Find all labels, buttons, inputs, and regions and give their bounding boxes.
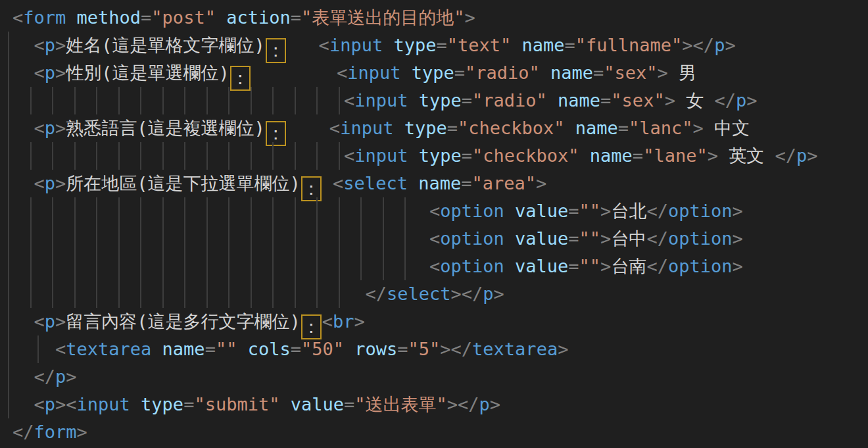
token-punctuation: > — [55, 118, 66, 138]
token-punctuation: < — [337, 62, 347, 83]
token-punctuation: > — [725, 35, 735, 55]
token-attribute: name — [579, 145, 633, 166]
token-punctuation: = — [568, 228, 579, 249]
token-tag: input — [354, 90, 408, 111]
token-text — [12, 394, 34, 414]
token-tag: p — [714, 35, 725, 55]
token-text: 留言內容(這是多行文字欄位) — [66, 311, 301, 332]
indent-guide — [8, 308, 9, 336]
token-tag: option — [440, 201, 504, 221]
token-text — [12, 256, 429, 276]
code-line-9[interactable]: <option value="">台中</option> — [0, 225, 868, 253]
token-punctuation: = — [593, 62, 604, 83]
token-punctuation: > — [55, 173, 66, 193]
token-punctuation: > — [66, 366, 76, 387]
token-text — [12, 366, 34, 387]
token-punctuation: = — [205, 339, 216, 359]
token-punctuation: > — [600, 201, 611, 221]
token-attribute: value — [504, 256, 569, 276]
code-line-12[interactable]: <p>留言內容(這是多行文字欄位)：<br> — [0, 308, 868, 336]
token-punctuation: > — [536, 173, 546, 193]
token-string: "" — [579, 228, 601, 249]
token-string: "lane" — [643, 145, 708, 166]
token-attribute: name — [151, 339, 205, 359]
token-punctuation: < — [429, 256, 440, 276]
token-punctuation: > — [693, 118, 704, 138]
token-tag: input — [340, 118, 393, 138]
code-editor[interactable]: <form method="post" action="表單送出的目的地"> <… — [0, 0, 868, 448]
code-line-11[interactable]: </select></p> — [0, 280, 868, 308]
indent-guide — [8, 391, 9, 418]
token-attribute: name — [565, 118, 618, 138]
code-line-1[interactable]: <form method="post" action="表單送出的目的地"> — [0, 4, 868, 32]
token-punctuation: > — [807, 145, 817, 166]
token-punctuation: = — [183, 394, 194, 414]
code-line-13[interactable]: <textarea name="" cols="50" rows="5"></t… — [0, 336, 868, 363]
token-punctuation: > — [55, 62, 66, 83]
token-punctuation: < — [34, 118, 45, 138]
code-line-15[interactable]: <p><input type="submit" value="送出表單"></p… — [0, 391, 868, 418]
token-string: "" — [216, 339, 237, 359]
token-punctuation: = — [633, 145, 643, 166]
token-string: "" — [579, 201, 601, 221]
token-punctuation: > — [708, 145, 718, 166]
token-string: "sex" — [611, 90, 664, 111]
token-punctuation: </ — [646, 256, 668, 276]
token-punctuation: < — [34, 394, 45, 414]
token-tag: form — [23, 7, 66, 28]
code-line-10[interactable]: <option value="">台南</option> — [0, 253, 868, 280]
token-text: 台中 — [611, 228, 646, 249]
token-attribute: action — [216, 7, 291, 28]
token-text — [12, 35, 34, 55]
indent-guide — [8, 197, 9, 225]
code-line-8[interactable]: <option value="">台北</option> — [0, 197, 868, 225]
token-text — [12, 311, 34, 332]
token-string: "50" — [301, 339, 344, 359]
token-punctuation: < — [344, 90, 354, 111]
code-line-4[interactable]: <input type="radio" name="sex"> 女 </p> — [0, 87, 868, 114]
token-punctuation: </ — [646, 201, 668, 221]
token-tag: p — [55, 366, 66, 387]
token-punctuation: = — [568, 201, 579, 221]
token-punctuation: < — [34, 35, 45, 55]
code-line-14[interactable]: </p> — [0, 363, 868, 391]
token-punctuation: = — [291, 7, 301, 28]
token-text — [12, 62, 34, 83]
indent-guide — [8, 59, 9, 87]
token-punctuation: = — [397, 339, 408, 359]
indent-guide — [8, 114, 9, 142]
token-attribute: name — [408, 173, 461, 193]
token-punctuation: > — [55, 311, 66, 332]
code-line-16[interactable]: </form> — [0, 418, 868, 446]
token-punctuation: = — [462, 145, 472, 166]
token-text: 姓名(這是單格文字欄位) — [66, 35, 265, 55]
token-punctuation: >< — [55, 394, 77, 414]
code-line-7[interactable]: <p>所在地區(這是下拉選單欄位)： <select name="area"> — [0, 170, 868, 197]
code-line-2[interactable]: <p>姓名(這是單格文字欄位)： <input type="text" name… — [0, 32, 868, 59]
token-text: 中文 — [704, 118, 750, 138]
token-punctuation: > — [665, 90, 675, 111]
token-punctuation: > — [490, 394, 500, 414]
token-punctuation: = — [291, 339, 301, 359]
token-tag: p — [45, 35, 55, 55]
token-punctuation: > — [732, 256, 742, 276]
token-punctuation: > — [658, 62, 668, 83]
token-punctuation: = — [565, 35, 575, 55]
token-punctuation: > — [732, 201, 742, 221]
token-punctuation: </ — [12, 422, 34, 442]
token-text: 男 — [668, 62, 696, 83]
token-text — [12, 228, 429, 249]
indent-guide — [8, 280, 9, 308]
code-line-3[interactable]: <p>性別(這是單選欄位)： <input type="radio" name=… — [0, 59, 868, 87]
token-tag: p — [479, 394, 490, 414]
token-punctuation: = — [461, 173, 471, 193]
token-tag: p — [796, 145, 807, 166]
code-line-6[interactable]: <input type="checkbox" name="lane"> 英文 <… — [0, 142, 868, 170]
token-attribute: rows — [344, 339, 397, 359]
token-string: "area" — [471, 173, 536, 193]
code-line-5[interactable]: <p>熟悉語言(這是複選欄位)： <input type="checkbox" … — [0, 114, 868, 142]
token-punctuation: ></ — [682, 35, 714, 55]
token-string: "送出表單" — [354, 394, 447, 414]
token-punctuation: < — [329, 118, 340, 138]
token-punctuation: </ — [714, 90, 736, 111]
